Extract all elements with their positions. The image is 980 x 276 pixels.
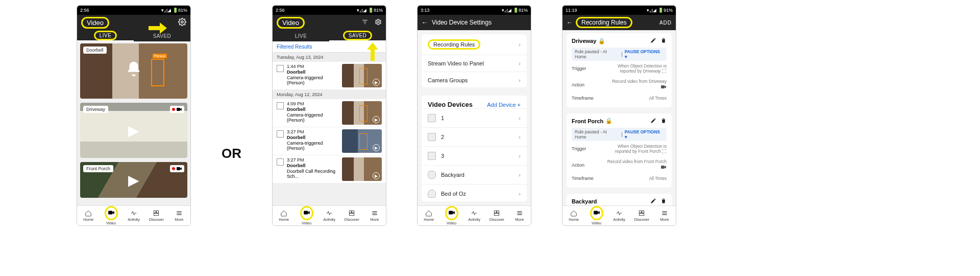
camera-icon	[428, 152, 436, 160]
gear-icon[interactable]	[375, 18, 382, 27]
video-highlight-circle	[445, 206, 458, 220]
camera-icon	[428, 171, 436, 179]
clip-meta: 3:27 PM Doorbell Camera-triggered (Perso…	[287, 129, 339, 151]
play-icon: ▶	[128, 172, 139, 189]
nav-video[interactable]: Video	[100, 206, 122, 225]
nav-home[interactable]: Home	[418, 206, 440, 225]
row-camera-groups[interactable]: Camera Groups ›	[422, 72, 527, 87]
status-bar: 3:13 ▾◿◢ 🔋81%	[418, 6, 531, 15]
gear-icon[interactable]	[178, 18, 186, 28]
pause-pill[interactable]: Rule paused - At Home | PAUSE OPTIONS ▾	[572, 48, 667, 61]
back-arrow-icon[interactable]: ←	[567, 19, 573, 26]
lock-icon: 🔒	[598, 38, 605, 44]
back-arrow-icon[interactable]: ←	[422, 19, 428, 26]
nav-activity[interactable]: Activity	[463, 206, 485, 225]
video-highlight-circle	[590, 206, 603, 220]
nav-more[interactable]: More	[653, 206, 676, 225]
svg-rect-1	[177, 108, 180, 111]
nav-discover[interactable]: Discover	[145, 206, 167, 225]
filter-icon[interactable]	[361, 18, 369, 27]
nav-activity[interactable]: Activity	[318, 206, 340, 225]
svg-rect-23	[497, 211, 499, 213]
delete-icon[interactable]	[660, 118, 667, 125]
status-right: ▾◿◢ 🔋81%	[502, 8, 528, 13]
chevron-right-icon: ›	[519, 41, 521, 48]
clip-thumb[interactable]: ▶	[342, 129, 382, 153]
row-recording-rules[interactable]: Recording Rules ›	[422, 34, 527, 55]
camera-icon	[428, 114, 436, 122]
svg-point-0	[181, 21, 183, 23]
nav-discover[interactable]: Discover	[485, 206, 508, 225]
phone-screen-4: 11:19 ▾◿◢ 🔋91% ← Recording Rules ADD Dri…	[562, 5, 676, 226]
clip-thumb[interactable]: ▶	[342, 157, 382, 181]
nav-more[interactable]: More	[363, 206, 386, 225]
status-bar: 2:56 ▾◿◢ 🔋81%	[77, 6, 190, 15]
svg-rect-24	[495, 214, 499, 216]
clip-row[interactable]: 3:27 PM Doorbell Doorbell Call Recording…	[273, 155, 386, 183]
camera-icon	[428, 133, 436, 141]
camera-tile-doorbell[interactable]: Doorbell Person	[80, 43, 187, 99]
nav-discover[interactable]: Discover	[340, 206, 363, 225]
svg-rect-15	[350, 211, 352, 213]
nav-activity[interactable]: Activity	[608, 206, 630, 225]
rule-action: ActionRecord video from Front Porch	[572, 156, 667, 173]
clip-checkbox[interactable]	[277, 130, 284, 137]
tabs: LIVE SAVED	[77, 30, 190, 41]
clip-checkbox[interactable]	[277, 65, 284, 72]
device-row[interactable]: 1›	[422, 108, 527, 127]
clip-thumb[interactable]: ▶	[342, 64, 382, 87]
phone-screen-2: 2:56 ▾◿◢ 🔋81% Video LIVE SAVED Filtered …	[272, 5, 386, 226]
edit-icon[interactable]	[650, 198, 656, 205]
svg-rect-14	[304, 211, 308, 215]
clip-row[interactable]: 3:27 PM Doorbell Camera-triggered (Perso…	[273, 127, 386, 155]
device-row[interactable]: 3›	[422, 146, 527, 165]
status-right: ▾◿◢ 🔋81%	[357, 8, 383, 13]
rule-header: Backyard	[572, 198, 667, 205]
nav-home[interactable]: Home	[77, 206, 100, 225]
chevron-right-icon: ›	[519, 191, 521, 197]
clip-checkbox[interactable]	[277, 102, 284, 109]
page-title: Video Device Settings	[432, 19, 492, 26]
device-row[interactable]: Backyard›	[422, 165, 527, 184]
row-stream-panel[interactable]: Stream Video to Panel ›	[422, 55, 527, 72]
page-title: Video	[277, 17, 305, 29]
nav-video[interactable]: Video	[295, 206, 317, 225]
delete-icon[interactable]	[660, 198, 667, 205]
nav-activity[interactable]: Activity	[122, 206, 145, 225]
nav-more[interactable]: More	[168, 206, 190, 225]
delete-icon[interactable]	[660, 37, 667, 44]
svg-rect-31	[640, 211, 642, 213]
tab-live[interactable]: LIVE	[273, 30, 329, 41]
device-row[interactable]: 2›	[422, 127, 527, 146]
clip-checkbox[interactable]	[277, 158, 284, 166]
rule-card-driveway: Driveway 🔒 Rule paused - At Home | PAUSE…	[567, 33, 672, 107]
svg-rect-4	[154, 211, 156, 213]
nav-video[interactable]: Video	[440, 206, 462, 225]
clip-row[interactable]: 1:44 PM Doorbell Camera-triggered (Perso…	[273, 62, 386, 90]
highlight-arrow-up	[365, 42, 382, 61]
nav-home[interactable]: Home	[562, 206, 585, 225]
device-row[interactable]: Bed of Oz›	[422, 184, 527, 201]
top-bar: Video	[77, 15, 190, 30]
pause-pill[interactable]: Rule paused - At Home | PAUSE OPTIONS ▾	[572, 128, 667, 141]
video-devices-header: Video Devices Add Device +	[422, 96, 527, 108]
add-button[interactable]: ADD	[659, 20, 672, 26]
nav-discover[interactable]: Discover	[630, 206, 653, 225]
camera-tile-driveway[interactable]: Driveway ▶	[80, 103, 187, 158]
rules-body: Driveway 🔒 Rule paused - At Home | PAUSE…	[562, 30, 676, 205]
chevron-right-icon: ›	[519, 60, 521, 66]
tab-live[interactable]: LIVE	[77, 30, 134, 41]
status-time: 3:13	[421, 8, 430, 13]
edit-icon[interactable]	[650, 118, 656, 125]
nav-video[interactable]: Video	[585, 206, 607, 225]
add-device-link[interactable]: Add Device +	[487, 102, 521, 108]
nav-more[interactable]: More	[508, 206, 531, 225]
edit-icon[interactable]	[650, 37, 656, 44]
svg-rect-33	[640, 214, 644, 216]
clip-row[interactable]: 4:09 PM Doorbell Camera-triggered (Perso…	[273, 99, 386, 127]
tab-saved[interactable]: SAVED	[329, 30, 386, 41]
nav-home[interactable]: Home	[273, 206, 295, 225]
clip-thumb[interactable]: ▶	[342, 101, 382, 125]
camera-icon	[660, 166, 667, 171]
camera-tile-front-porch[interactable]: Front Porch ▶	[80, 162, 187, 198]
